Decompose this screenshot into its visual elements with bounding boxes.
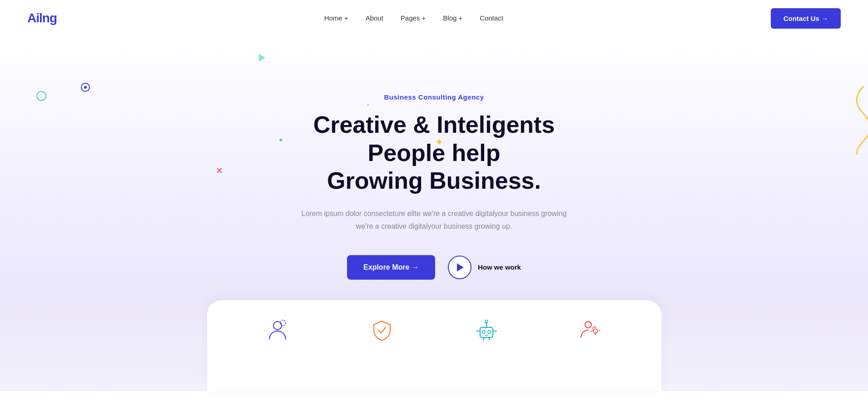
explore-more-button[interactable]: Explore More →	[347, 255, 435, 280]
nav-links: Home + About Pages + Blog + Contact	[324, 14, 503, 22]
logo-highlight: A	[27, 11, 36, 25]
hero-section: ✕ Business Consulting Agency Creative & …	[0, 36, 868, 327]
logo[interactable]: Ailng	[27, 11, 57, 25]
svg-point-0	[273, 322, 282, 330]
gear-people-icon	[579, 318, 603, 342]
shield-check-icon	[370, 318, 394, 342]
cards-container	[207, 300, 661, 391]
card-icon-person	[257, 318, 298, 342]
svg-point-12	[593, 329, 598, 333]
svg-rect-2	[480, 327, 493, 337]
nav-link-blog[interactable]: Blog +	[443, 14, 462, 22]
play-icon-deco	[259, 54, 265, 62]
person-icon	[266, 318, 289, 342]
nav-item-home[interactable]: Home +	[324, 14, 348, 22]
hero-title: Creative & Inteligents People help Growi…	[280, 111, 589, 195]
navbar: Ailng Home + About Pages + Blog + Contac…	[0, 0, 868, 36]
logo-rest: ilng	[36, 11, 57, 25]
how-we-work-button[interactable]: How we work	[448, 256, 521, 279]
wave-deco	[841, 82, 868, 156]
hero-title-line1: Creative & Inteligents People help	[313, 111, 555, 166]
nav-link-pages[interactable]: Pages +	[401, 14, 426, 22]
hero-subtitle: Business Consulting Agency	[384, 93, 484, 101]
svg-point-11	[585, 322, 591, 328]
x-deco: ✕	[216, 166, 223, 176]
hero-description: Lorem ipsum dolor consecteture elite we'…	[298, 207, 570, 232]
bottom-cards-section	[0, 300, 868, 391]
nav-item-contact[interactable]: Contact	[480, 14, 503, 22]
card-icon-gear	[570, 318, 612, 342]
contact-us-button[interactable]: Contact Us →	[771, 8, 841, 29]
circle-blue-dot-deco	[81, 83, 90, 92]
hero-title-line2: Growing Business.	[327, 167, 541, 194]
nav-item-pages[interactable]: Pages +	[401, 14, 426, 22]
card-icon-robot	[466, 318, 507, 342]
svg-point-3	[482, 331, 485, 333]
play-button-circle[interactable]	[448, 256, 471, 279]
robot-icon	[475, 318, 498, 342]
nav-link-about[interactable]: About	[366, 14, 383, 22]
nav-item-about[interactable]: About	[366, 14, 383, 22]
circle-green-deco	[36, 91, 46, 101]
nav-link-home[interactable]: Home +	[324, 14, 348, 22]
nav-item-blog[interactable]: Blog +	[443, 14, 462, 22]
hero-actions: Explore More → How we work	[347, 255, 521, 280]
play-triangle-icon	[457, 263, 464, 271]
card-icon-shield	[361, 318, 403, 342]
how-we-work-label: How we work	[478, 263, 521, 271]
nav-link-contact[interactable]: Contact	[480, 14, 503, 22]
svg-point-4	[488, 331, 491, 333]
dot-small-deco	[367, 104, 369, 106]
